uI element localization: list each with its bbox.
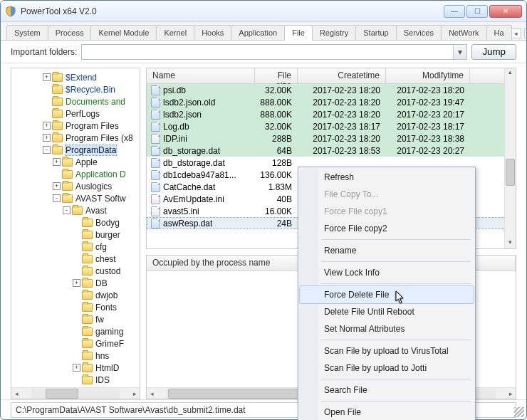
file-createtime: 2017-02-23 18:20 [298,98,386,107]
folder-icon [82,303,93,312]
file-row[interactable]: lsdb2.json888.00K2017-02-23 18:202017-02… [147,108,516,120]
title-bar[interactable]: PowerTool x64 V2.0 — ☐ ✕ [1,1,526,22]
file-size: 64B [255,146,298,156]
file-icon [151,146,160,156]
col-name[interactable]: Name [147,68,255,83]
close-button[interactable]: ✕ [489,5,522,18]
file-list-header[interactable]: Name File size Createtime Modifytime [147,68,516,84]
important-folders-combo[interactable] [81,44,467,60]
tree-node[interactable]: -AVAST Softw [13,192,140,204]
tree-node[interactable]: cfg [13,241,140,253]
tree-node[interactable]: $Recycle.Bin [13,83,140,95]
ctx-force-copy1[interactable]: Force File copy1 [300,203,474,220]
file-row[interactable]: lsdb2.json.old888.00K2017-02-23 18:20201… [147,96,516,108]
folder-icon [62,158,73,167]
file-list-vscrollbar[interactable]: ▴▾ [504,68,516,248]
ctx-force-copy2[interactable]: Force File copy2 [300,220,474,237]
resize-grip[interactable] [514,407,524,417]
tree-label: hns [95,351,109,361]
ctx-force-delete-file[interactable]: Force Delete File [300,286,474,303]
ctx-set-normal-attributes[interactable]: Set Normal Attributes [300,320,474,337]
tree-node[interactable]: +DB [13,277,140,289]
tab-network[interactable]: NetWork [441,25,487,40]
tab-process[interactable]: Process [48,25,92,40]
tree-node[interactable]: custod [13,265,140,277]
folder-icon [82,364,93,372]
tree-node[interactable]: +HtmlD [13,362,140,374]
col-createtime[interactable]: Createtime [298,68,386,83]
ctx-view-lock-info[interactable]: View Lock Info [300,264,474,281]
tabstrip-right-icon[interactable]: ▸ [524,28,527,38]
file-modifytime: 2017-02-23 18:20 [386,85,470,95]
ctx-file-copy-to[interactable]: File Copy To... [300,186,474,203]
ctx-open-file[interactable]: Open File [300,404,474,420]
tab-hooks[interactable]: Hooks [194,25,231,40]
tree-node[interactable]: Bodyg [13,216,140,229]
ctx-delete-until-reboot[interactable]: Delete File Until Reboot [300,303,474,320]
ctx-search-file[interactable]: Search File [300,382,474,399]
tab-registry[interactable]: Registry [312,25,356,40]
tree-node[interactable]: +Program Files [13,120,140,132]
tabstrip-left-icon[interactable]: ◂ [511,28,521,38]
tree-node[interactable]: GrimeF [13,337,140,350]
tree-node[interactable]: PerfLogs [13,107,140,120]
tree-node[interactable]: Documents and [13,95,140,107]
tree-label: IDS [95,375,110,385]
tree-node[interactable]: dwjob [13,289,140,301]
file-icon [151,219,160,229]
tab-kernel-module[interactable]: Kernel Module [90,25,157,40]
tree-node[interactable]: Application D [13,168,140,180]
file-row[interactable]: db_storage.dat64B2017-02-23 18:532017-02… [147,145,516,157]
file-row[interactable]: IDP.ini288B2017-02-23 18:202017-02-23 18… [147,132,516,145]
tree-node[interactable]: +Auslogics [13,180,140,192]
folder-icon [52,134,63,142]
tree-node[interactable]: Fonts [13,301,140,313]
tree-hscrollbar[interactable]: ◂▸ [11,387,140,399]
tab-startup[interactable]: Startup [355,25,396,40]
tab-strip: System Process Kernel Module Kernel Hook… [1,22,526,41]
tree-label: HtmlD [95,363,119,373]
maximize-button[interactable]: ☐ [466,5,488,18]
tree-node[interactable]: +Apple [13,156,140,168]
file-name: db_storage.dat [163,146,220,156]
tree-node[interactable]: fw [13,313,140,325]
file-row[interactable]: Log.db32.00K2017-02-23 18:172017-02-23 1… [147,120,516,132]
file-name: AvEmUpdate.ini [163,194,224,204]
tab-kernel[interactable]: Kernel [156,25,194,40]
minimize-button[interactable]: — [444,5,465,18]
file-name: CatCache.dat [163,182,215,192]
tree-label: cfg [95,242,107,252]
tab-overflow[interactable]: Ha [486,25,512,40]
tree-node[interactable]: +Program Files (x8 [13,132,140,144]
ctx-refresh[interactable]: Refresh [300,169,474,186]
tree-node[interactable]: +$Extend [13,71,140,83]
ctx-scan-jotti[interactable]: Scan File by upload to Jotti [300,359,474,377]
folder-icon [82,243,93,251]
col-modifytime[interactable]: Modifytime [386,68,470,83]
folder-tree[interactable]: +$Extend$Recycle.BinDocuments andPerfLog… [11,68,140,399]
tab-application[interactable]: Application [231,25,285,40]
ctx-scan-virustotal[interactable]: Scan File by upload to VirusTotal [300,342,474,359]
file-modifytime: 2017-02-23 19:47 [386,98,470,107]
file-icon [151,170,160,180]
tree-node[interactable]: -ProgramData [13,144,140,156]
col-size[interactable]: File size [255,68,298,83]
file-row[interactable]: psi.db32.00K2017-02-23 18:202017-02-23 1… [147,84,516,96]
file-createtime: 2017-02-23 18:20 [298,110,386,120]
tree-node[interactable]: hns [13,350,140,362]
tree-label: Program Files (x8 [66,133,133,143]
tab-system[interactable]: System [6,25,48,40]
ctx-rename[interactable]: Rename [300,242,474,259]
tree-node[interactable]: IDS [13,374,140,386]
folder-icon [62,182,73,191]
folder-icon [62,170,73,179]
tree-node[interactable]: gaming [13,325,140,337]
tab-file[interactable]: File [284,25,313,41]
folder-icon [82,279,93,288]
tab-services[interactable]: Services [396,25,442,40]
tree-node[interactable]: chest [13,253,140,265]
tree-node[interactable]: burger [13,229,140,241]
tree-node[interactable]: -Avast [13,204,140,216]
tree-label: Fonts [95,303,117,313]
jump-button[interactable]: Jump [471,44,516,60]
